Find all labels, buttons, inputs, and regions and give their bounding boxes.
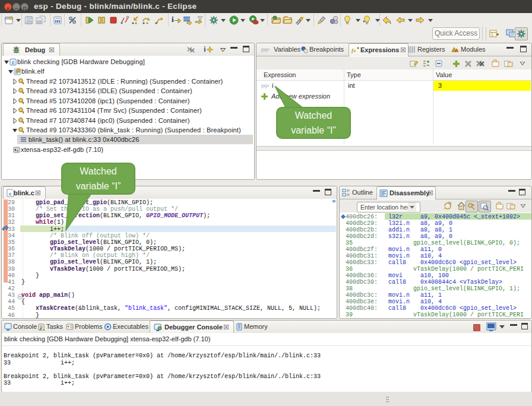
svg-text:(x)=: (x)= xyxy=(261,83,270,88)
svg-text:c: c xyxy=(9,191,12,196)
svg-text:c: c xyxy=(12,59,15,65)
svg-text:fx: fx xyxy=(352,47,356,53)
svg-text:(x)=: (x)= xyxy=(261,47,270,52)
